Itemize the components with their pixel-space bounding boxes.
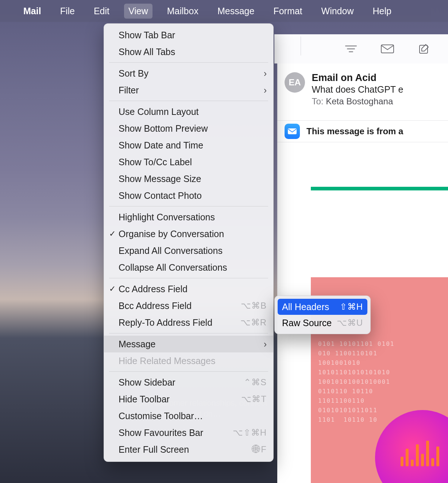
banner-text: This message is from a xyxy=(306,126,403,136)
menuitem-show-favourites-bar[interactable]: Show Favourites Bar⌥⇧⌘H xyxy=(104,424,273,441)
menuitem-collapse-all-conversations[interactable]: Collapse All Conversations xyxy=(104,259,273,276)
menuitem-enter-full-screen[interactable]: Enter Full Screen🌐︎F xyxy=(104,441,273,458)
chevron-right-icon: › xyxy=(264,83,267,97)
menuitem-filter[interactable]: Filter› xyxy=(104,82,273,98)
shortcut-label: ⌥⌘U xyxy=(337,316,363,329)
subject-preview: What does ChatGPT e xyxy=(312,84,403,95)
equalizer-bars-icon xyxy=(401,437,444,466)
menuitem-show-date-time[interactable]: Show Date and Time xyxy=(104,137,273,154)
menuitem-show-to-cc-label[interactable]: Show To/Cc Label xyxy=(104,154,273,170)
menuitem-bcc-address-field[interactable]: Bcc Address Field⌥⌘B xyxy=(104,297,273,314)
menuitem-expand-all-conversations[interactable]: Expand All Conversations xyxy=(104,242,273,259)
menu-mailbox[interactable]: Mailbox xyxy=(163,4,203,19)
menu-format[interactable]: Format xyxy=(269,4,306,19)
to-name[interactable]: Keta Bostoghana xyxy=(326,96,393,106)
mail-app-icon xyxy=(285,124,300,139)
menuitem-organise-by-conversation[interactable]: ✓Organise by Conversation xyxy=(104,225,273,242)
menu-app-mail[interactable]: Mail xyxy=(19,4,46,19)
filter-lines-icon[interactable] xyxy=(344,44,358,54)
menu-edit[interactable]: Edit xyxy=(89,4,114,19)
shortcut-label: 🌐︎F xyxy=(252,443,267,456)
shortcut-label: ⇧⌘H xyxy=(340,300,363,313)
content-accent-bar xyxy=(311,187,448,190)
sender-name[interactable]: Email on Acid xyxy=(312,72,403,84)
checkmark-icon: ✓ xyxy=(109,227,116,241)
submenu-all-headers[interactable]: All Headers⇧⌘H xyxy=(278,299,367,315)
menuitem-use-column-layout[interactable]: Use Column Layout xyxy=(104,103,273,120)
menuitem-customise-toolbar[interactable]: Customise Toolbar… xyxy=(104,407,273,424)
menu-view[interactable]: View xyxy=(124,4,152,19)
chevron-right-icon: › xyxy=(264,337,267,351)
chevron-right-icon: › xyxy=(264,66,267,80)
message-header: EA Email on Acid What does ChatGPT e To:… xyxy=(277,69,448,114)
menuitem-reply-to-address-field[interactable]: Reply-To Address Field⌥⌘R xyxy=(104,314,273,331)
menuitem-show-sidebar[interactable]: Show Sidebar⌃⌘S xyxy=(104,374,273,391)
menuitem-show-all-tabs[interactable]: Show All Tabs xyxy=(104,43,273,60)
svg-rect-5 xyxy=(288,128,297,134)
compose-icon[interactable] xyxy=(417,44,431,54)
menuitem-show-bottom-preview[interactable]: Show Bottom Preview xyxy=(104,120,273,137)
checkmark-icon: ✓ xyxy=(109,282,116,296)
shortcut-label: ⌥⌘R xyxy=(240,316,267,329)
menu-help[interactable]: Help xyxy=(368,4,395,19)
message-submenu: All Headers⇧⌘H Raw Source⌥⌘U xyxy=(274,295,371,334)
shortcut-label: ⌃⌘S xyxy=(244,375,267,389)
shortcut-label: ⌥⌘T xyxy=(241,392,267,406)
menuitem-cc-address-field[interactable]: ✓Cc Address Field xyxy=(104,281,273,297)
shortcut-label: ⌥⇧⌘H xyxy=(233,426,267,440)
menu-window[interactable]: Window xyxy=(317,4,358,19)
view-menu-dropdown: Show Tab Bar Show All Tabs Sort By› Filt… xyxy=(104,23,274,462)
toolbar-separator xyxy=(301,36,301,55)
svg-rect-3 xyxy=(381,45,394,53)
menuitem-message-submenu[interactable]: Message› xyxy=(104,336,273,352)
avatar: EA xyxy=(285,72,305,93)
shortcut-label: ⌥⌘B xyxy=(241,299,267,313)
to-field: To: Keta Bostoghana xyxy=(312,96,403,107)
submenu-raw-source[interactable]: Raw Source⌥⌘U xyxy=(278,315,367,331)
menuitem-highlight-conversations[interactable]: Highlight Conversations xyxy=(104,209,273,225)
menuitem-show-message-size[interactable]: Show Message Size xyxy=(104,170,273,187)
menu-file[interactable]: File xyxy=(56,4,79,19)
menuitem-show-tab-bar[interactable]: Show Tab Bar xyxy=(104,27,273,43)
menuitem-hide-related-messages: Hide Related Messages xyxy=(104,352,273,369)
menu-bar: Mail File Edit View Mailbox Message Form… xyxy=(0,0,448,22)
menu-message[interactable]: Message xyxy=(213,4,259,19)
menuitem-sort-by[interactable]: Sort By› xyxy=(104,65,273,82)
mailing-list-banner: This message is from a xyxy=(277,120,448,142)
to-label: To: xyxy=(312,96,323,106)
envelope-icon[interactable] xyxy=(380,44,395,54)
menuitem-show-contact-photo[interactable]: Show Contact Photo xyxy=(104,187,273,204)
menuitem-hide-toolbar[interactable]: Hide Toolbar⌥⌘T xyxy=(104,391,273,407)
